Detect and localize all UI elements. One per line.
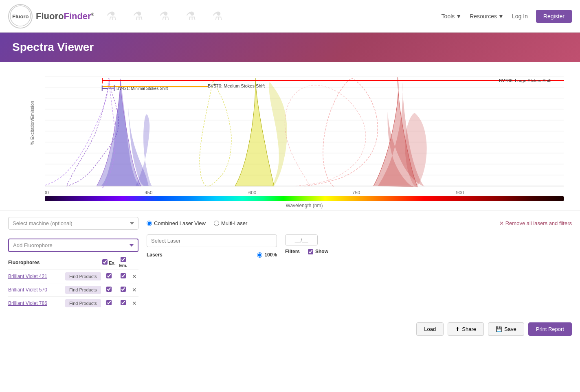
register-button[interactable]: Register: [536, 10, 572, 23]
svg-text:750: 750: [352, 190, 360, 195]
print-label: Print Report: [536, 326, 564, 332]
multi-laser-label[interactable]: Multi-Laser: [214, 220, 247, 226]
logo-circle[interactable]: Fluoro: [8, 4, 33, 28]
svg-text:Fluoro: Fluoro: [12, 13, 29, 20]
fluoro-col-name-header: Fluorophores: [8, 260, 65, 265]
chart-container: % Excitation/Emission ⊢⊣ BV421: Minimal …: [0, 62, 580, 210]
controls-row2: Add Fluorophore Fluorophores Ex. Em.: [8, 234, 572, 310]
fluoro-table-header: Fluorophores Ex. Em.: [8, 255, 138, 269]
spectra-banner: Spectra Viewer: [0, 33, 580, 62]
find-products-bv421[interactable]: Find Products: [65, 272, 101, 280]
nav-tools[interactable]: Tools ▼: [442, 13, 462, 20]
svg-text:900: 900: [456, 190, 464, 195]
lasers-header: Lasers 100%: [147, 250, 277, 259]
antibody-icon-2: ⚗: [133, 9, 143, 23]
save-label: Save: [504, 326, 516, 332]
lasers-label: Lasers: [147, 252, 257, 258]
show-label: Show: [315, 249, 328, 254]
login-button[interactable]: Log In: [512, 13, 528, 20]
bv786-ex-checkbox[interactable]: [106, 300, 112, 305]
fluoro-name-bv786[interactable]: Brilliant Violet 786: [8, 300, 65, 306]
fluoro-name-bv570[interactable]: Brilliant Violet 570: [8, 287, 65, 293]
filter-input[interactable]: [285, 234, 318, 245]
bv570-em-checkbox[interactable]: [121, 287, 126, 292]
bv786-em-checkbox[interactable]: [121, 300, 126, 305]
save-icon: 💾: [496, 326, 502, 332]
show-filters-checkbox[interactable]: [308, 249, 313, 254]
logo-finder: Finder: [64, 11, 91, 21]
bv421-em-checkbox[interactable]: [121, 273, 126, 278]
page-title: Spectra Viewer: [12, 41, 568, 54]
em-header-checkbox[interactable]: [121, 257, 126, 262]
nav-area: Tools ▼ Resources ▼ Log In Register: [442, 10, 572, 23]
bv421-ex-checkbox[interactable]: [106, 273, 112, 278]
controls-area: Select machine (optional) Combined Laser…: [0, 210, 580, 316]
bv421-delete[interactable]: ✕: [130, 273, 138, 280]
machine-select[interactable]: Select machine (optional): [8, 217, 138, 230]
stokes-label-bv786: BV786: Large Stokes Shift: [499, 78, 551, 83]
filters-label: Filters: [285, 249, 300, 254]
header: Fluoro FluoroFinder® ⚗ ⚗ ⚗ ⚗ ⚗ Tools ▼ R…: [0, 0, 580, 33]
fluorophore-row-bv570: Brilliant Violet 570 Find Products ✕: [8, 283, 138, 296]
controls-row1: Select machine (optional) Combined Laser…: [8, 217, 572, 230]
fluoro-name-bv421[interactable]: Brilliant Violet 421: [8, 274, 65, 279]
remove-lasers-button[interactable]: ✕ Remove all lasers and filters: [499, 220, 572, 226]
spectra-chart: 0 10 20 30 40 50 60 70 80 90 100: [45, 76, 564, 198]
intensity-100-radio[interactable]: [257, 252, 262, 258]
laser-options: Combined Laser View Multi-Laser: [147, 220, 247, 226]
bv570-delete[interactable]: ✕: [130, 287, 138, 293]
fluorophore-table: Fluorophores Ex. Em. Brilliant Violet 42…: [8, 255, 138, 310]
share-icon: ⬆: [455, 326, 460, 332]
right-panel: Filters Show: [285, 234, 572, 256]
x-axis-label: Wavelength (nm): [45, 203, 564, 208]
chart-wrapper: % Excitation/Emission ⊢⊣ BV421: Minimal …: [29, 76, 564, 208]
left-panel: Add Fluorophore Fluorophores Ex. Em.: [8, 234, 138, 310]
bv786-delete[interactable]: ✕: [130, 300, 138, 307]
nav-resources[interactable]: Resources ▼: [470, 13, 504, 20]
save-button[interactable]: 💾 Save: [488, 322, 524, 336]
svg-text:300: 300: [45, 190, 49, 195]
y-axis-label: % Excitation/Emission: [30, 101, 35, 145]
share-button[interactable]: ⬆ Share: [448, 322, 484, 336]
add-fluorophore-select[interactable]: Add Fluorophore: [8, 239, 138, 252]
logo-fluoro: Fluoro: [36, 11, 64, 21]
print-button[interactable]: Print Report: [528, 322, 572, 336]
logo-area: Fluoro FluoroFinder® ⚗ ⚗ ⚗ ⚗ ⚗: [8, 4, 442, 28]
load-button[interactable]: Load: [416, 322, 444, 336]
bv570-ex-checkbox[interactable]: [106, 287, 112, 292]
load-label: Load: [424, 326, 436, 332]
logo-reg: ®: [91, 12, 94, 16]
laser-select-input[interactable]: [147, 234, 277, 247]
machine-select-wrapper: Select machine (optional): [8, 217, 138, 230]
share-label: Share: [462, 326, 476, 332]
antibody-icons: ⚗ ⚗ ⚗ ⚗ ⚗: [106, 9, 222, 23]
logo-text: FluoroFinder®: [36, 11, 94, 22]
fluorophore-row-bv421: Brilliant Violet 421 Find Products ✕: [8, 269, 138, 283]
ex-header-checkbox[interactable]: [102, 259, 108, 265]
bottom-toolbar: Load ⬆ Share 💾 Save Print Report: [0, 316, 580, 342]
antibody-icon-5: ⚗: [212, 9, 222, 23]
middle-panel: Lasers 100%: [147, 234, 277, 259]
svg-text:450: 450: [145, 190, 152, 195]
svg-text:600: 600: [248, 190, 256, 195]
show-filters-wrapper: Show: [308, 249, 328, 254]
stokes-label-bv570: BV570: Medium Stokes Shift: [208, 83, 265, 88]
combined-laser-label[interactable]: Combined Laser View: [147, 220, 206, 226]
resources-dropdown-icon: ▼: [498, 13, 504, 20]
find-products-bv570[interactable]: Find Products: [65, 286, 101, 294]
fluorophore-row-bv786: Brilliant Violet 786 Find Products ✕: [8, 296, 138, 310]
antibody-icon-4: ⚗: [186, 9, 196, 23]
antibody-icon-3: ⚗: [159, 9, 169, 23]
intensity-label: 100%: [264, 252, 277, 258]
multi-laser-radio[interactable]: [214, 221, 219, 226]
antibody-icon-1: ⚗: [106, 9, 116, 23]
tools-dropdown-icon: ▼: [456, 13, 461, 20]
stokes-label-bv421: BV421: Minimal Stokes Shift: [116, 86, 168, 91]
combined-laser-radio[interactable]: [147, 221, 152, 226]
find-products-bv786[interactable]: Find Products: [65, 299, 101, 307]
filters-header: Filters Show: [285, 249, 572, 254]
